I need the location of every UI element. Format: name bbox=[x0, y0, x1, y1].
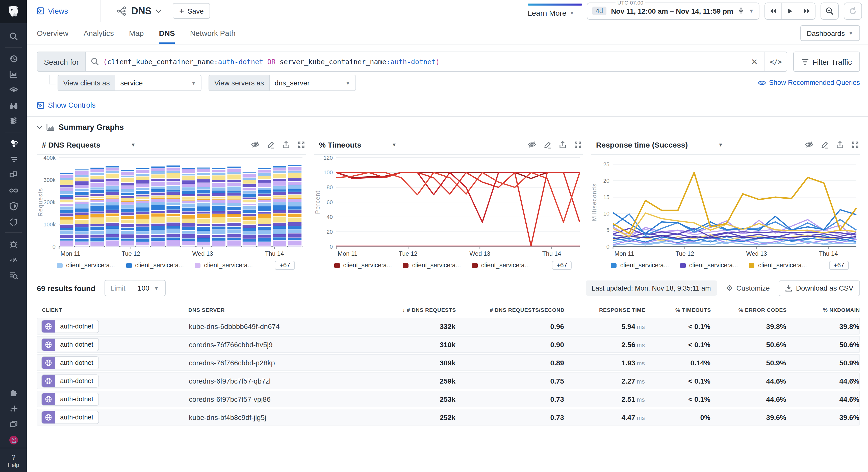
sidebar-item-pipelines[interactable] bbox=[0, 151, 27, 167]
code-view-button[interactable]: </> bbox=[765, 52, 787, 71]
legend-item[interactable]: client_service:a... bbox=[334, 262, 392, 269]
client-pill[interactable]: auth-dotnet bbox=[41, 411, 99, 424]
legend-item[interactable]: client_service:a... bbox=[403, 262, 461, 269]
download-csv-button[interactable]: Download as CSV bbox=[779, 280, 860, 296]
legend-item[interactable]: client_service:a... bbox=[749, 262, 807, 269]
expand-chart-icon[interactable] bbox=[851, 141, 859, 148]
legend-item[interactable]: client_service:a... bbox=[680, 262, 738, 269]
refresh-button[interactable] bbox=[844, 2, 862, 20]
column-header-4[interactable]: Response Time bbox=[564, 306, 645, 313]
customize-button[interactable]: ⚙ Customize bbox=[726, 284, 770, 293]
chart-plot-1[interactable]: 020406080100120PercentMon 11Tue 12Wed 13… bbox=[314, 155, 583, 259]
hide-series-icon[interactable] bbox=[528, 141, 536, 148]
sidebar-item-history[interactable] bbox=[0, 51, 27, 66]
export-chart-icon[interactable] bbox=[559, 141, 567, 148]
tab-analytics[interactable]: Analytics bbox=[84, 22, 114, 44]
time-forward-button[interactable] bbox=[798, 3, 815, 19]
summary-graphs-header[interactable]: Summary Graphs bbox=[37, 123, 860, 132]
legend-item[interactable]: client_service:a... bbox=[611, 262, 669, 269]
client-pill[interactable]: auth-dotnet bbox=[41, 356, 99, 369]
column-header-2[interactable]: ↓ # DNS Requests bbox=[360, 306, 456, 313]
sidebar-item-apm-binoculars[interactable] bbox=[0, 97, 27, 113]
zoom-out-button[interactable] bbox=[820, 2, 839, 20]
sidebar-item-bug[interactable] bbox=[0, 236, 27, 252]
show-controls-link[interactable]: Show Controls bbox=[37, 101, 860, 109]
tab-network-path[interactable]: Network Path bbox=[190, 22, 236, 44]
table-row[interactable]: auth-dotnetcoredns-6f97bc7f57-vpj86253k0… bbox=[37, 391, 860, 407]
hide-series-icon[interactable] bbox=[805, 141, 813, 148]
expand-chart-icon[interactable] bbox=[297, 141, 305, 148]
time-back-button[interactable] bbox=[765, 3, 782, 19]
edit-chart-icon[interactable] bbox=[544, 141, 552, 148]
sidebar-item-help[interactable]: ? Help bbox=[0, 448, 27, 472]
column-header-3[interactable]: # DNS Requests/second bbox=[456, 306, 564, 313]
time-play-button[interactable] bbox=[782, 3, 798, 19]
chart-plot-0[interactable]: 0100k200k300k400kRequestsMon 11Tue 12Wed… bbox=[37, 155, 306, 259]
sidebar-item-service-clock[interactable] bbox=[0, 214, 27, 230]
column-header-6[interactable]: % Error Codes bbox=[711, 306, 787, 313]
legend-more-badge[interactable]: +67 bbox=[552, 261, 571, 270]
legend-item[interactable]: client_service:a... bbox=[195, 262, 253, 269]
table-row[interactable]: auth-dotnetcoredns-6f97bc7f57-qb7zl259k0… bbox=[37, 373, 860, 389]
table-row[interactable]: auth-dotnetkube-dns-bf4b8c9df-jlg5j252k0… bbox=[37, 409, 860, 425]
edit-chart-icon[interactable] bbox=[267, 141, 274, 148]
export-chart-icon[interactable] bbox=[282, 141, 289, 148]
sidebar-item-search[interactable] bbox=[0, 28, 27, 44]
chart-metric-dropdown[interactable]: ▼ bbox=[131, 142, 136, 147]
sidebar-item-security-shield[interactable] bbox=[0, 198, 27, 214]
client-pill[interactable]: auth-dotnet bbox=[41, 320, 99, 333]
edit-chart-icon[interactable] bbox=[821, 141, 829, 148]
sidebar-item-gauge[interactable] bbox=[0, 252, 27, 267]
sidebar-item-network-hexagons[interactable] bbox=[0, 136, 27, 151]
client-pill[interactable]: auth-dotnet bbox=[41, 374, 99, 387]
views-button[interactable]: Views bbox=[27, 0, 101, 22]
table-row[interactable]: auth-dotnetkube-dns-6dbbbb649f-dn674332k… bbox=[37, 318, 860, 334]
sidebar-item-ai-sparkles[interactable] bbox=[0, 401, 27, 416]
client-pill[interactable]: auth-dotnet bbox=[41, 338, 99, 351]
table-row[interactable]: auth-dotnetcoredns-76f766cbbd-p28kp309k0… bbox=[37, 354, 860, 371]
sidebar-item-user-avatar[interactable] bbox=[0, 432, 27, 448]
time-range-picker[interactable]: UTC-07:00 4d Nov 11, 12:00 am – Nov 14, … bbox=[587, 2, 760, 20]
filter-traffic-button[interactable]: Filter Traffic bbox=[793, 52, 860, 72]
sidebar-item-ci-infinity[interactable] bbox=[0, 182, 27, 198]
legend-item[interactable]: client_service:a... bbox=[57, 262, 115, 269]
legend-item[interactable]: client_service:a... bbox=[472, 262, 530, 269]
show-recommended-queries-link[interactable]: Show Recommended Queries bbox=[758, 79, 860, 86]
column-header-7[interactable]: % NXDOMAIN bbox=[787, 306, 860, 313]
sidebar-item-watchdog-eye[interactable] bbox=[0, 82, 27, 97]
column-header-0[interactable]: Client bbox=[37, 306, 188, 313]
chart-plot-2[interactable]: 0510152025MillisecondsMon 11Tue 12Wed 13… bbox=[591, 155, 860, 259]
clear-query-button[interactable]: ✕ bbox=[744, 52, 765, 71]
hide-series-icon[interactable] bbox=[251, 141, 259, 148]
tab-overview[interactable]: Overview bbox=[37, 22, 68, 44]
save-button[interactable]: + Save bbox=[173, 3, 210, 19]
sidebar-item-metrics[interactable] bbox=[0, 66, 27, 82]
sidebar-item-log-search[interactable] bbox=[0, 267, 27, 283]
column-header-1[interactable]: DNS Server bbox=[188, 306, 360, 313]
pin-icon[interactable] bbox=[738, 7, 744, 14]
legend-more-badge[interactable]: +67 bbox=[829, 261, 849, 270]
dashboards-button[interactable]: Dashboards ▼ bbox=[800, 25, 860, 41]
page-title[interactable]: DNS bbox=[116, 5, 162, 17]
view-clients-as-select[interactable]: service ▼ bbox=[115, 75, 201, 90]
learn-more-button[interactable]: Learn More ▼ bbox=[528, 4, 575, 17]
column-header-5[interactable]: % Timeouts bbox=[645, 306, 711, 313]
search-input[interactable]: (client_kube_container_name:auth-dotnet … bbox=[86, 58, 744, 66]
sidebar-item-integrations-puzzle[interactable] bbox=[0, 385, 27, 401]
limit-select[interactable]: Limit 100▼ bbox=[104, 280, 166, 296]
sidebar-item-multi-window[interactable] bbox=[0, 416, 27, 432]
expand-chart-icon[interactable] bbox=[575, 141, 582, 148]
table-row[interactable]: auth-dotnetcoredns-76f766cbbd-hv5j9310k0… bbox=[37, 336, 860, 353]
sidebar-item-workflows[interactable] bbox=[0, 167, 27, 182]
export-chart-icon[interactable] bbox=[836, 141, 844, 148]
legend-item[interactable]: client_service:a... bbox=[126, 262, 184, 269]
client-pill[interactable]: auth-dotnet bbox=[41, 392, 99, 406]
datadog-logo-icon[interactable] bbox=[0, 0, 27, 23]
legend-more-badge[interactable]: +67 bbox=[275, 261, 294, 270]
view-servers-as-select[interactable]: dns_server ▼ bbox=[270, 75, 355, 90]
chart-metric-dropdown[interactable]: ▼ bbox=[392, 142, 397, 147]
tab-map[interactable]: Map bbox=[129, 22, 144, 44]
sidebar-item-logs-layers[interactable] bbox=[0, 113, 27, 129]
tab-dns[interactable]: DNS bbox=[159, 22, 175, 44]
chart-metric-dropdown[interactable]: ▼ bbox=[718, 142, 723, 147]
